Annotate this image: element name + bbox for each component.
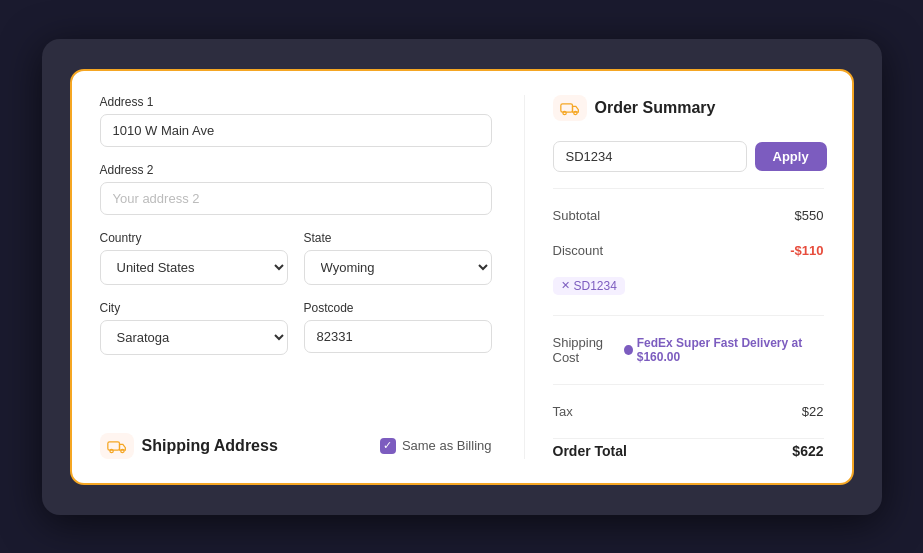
right-panel: Order Summary Apply Subtotal $550 Discou… [524, 95, 824, 459]
city-postcode-row: City Saratoga Postcode [100, 301, 492, 355]
order-summary-title-text: Order Summary [595, 99, 716, 117]
discount-amount: -$110 [790, 243, 823, 258]
postcode-input[interactable] [304, 320, 492, 353]
shipping-row: Shipping Cost FedEx Super Fast Delivery … [553, 332, 824, 368]
shipping-cost-value: FedEx Super Fast Delivery at $160.00 [624, 336, 824, 364]
svg-rect-3 [560, 103, 572, 111]
divider-3 [553, 384, 824, 385]
order-summary-header: Order Summary [553, 95, 824, 127]
tax-label: Tax [553, 404, 573, 419]
discount-tag: ✕ SD1234 [553, 277, 625, 295]
left-panel: Address 1 Address 2 Country United State… [100, 95, 492, 459]
outer-background: Address 1 Address 2 Country United State… [42, 39, 882, 515]
truck-icon [100, 433, 134, 459]
coupon-row: Apply [553, 141, 824, 172]
discount-code-tag: SD1234 [574, 279, 617, 293]
svg-point-5 [573, 111, 576, 114]
tax-value: $22 [802, 404, 824, 419]
city-select[interactable]: Saratoga [100, 320, 288, 355]
order-total-label: Order Total [553, 443, 627, 459]
same-billing-group[interactable]: ✓ Same as Billing [380, 438, 492, 454]
address2-label: Address 2 [100, 163, 492, 177]
radio-dot-icon [624, 345, 633, 355]
same-billing-checkbox[interactable]: ✓ [380, 438, 396, 454]
address2-group: Address 2 [100, 163, 492, 215]
subtotal-label: Subtotal [553, 208, 601, 223]
svg-rect-0 [107, 441, 119, 449]
main-card: Address 1 Address 2 Country United State… [70, 69, 854, 485]
coupon-input[interactable] [553, 141, 747, 172]
svg-point-1 [109, 449, 112, 452]
svg-point-4 [562, 111, 565, 114]
shipping-address-title: Shipping Address [100, 433, 278, 459]
state-select[interactable]: Wyoming [304, 250, 492, 285]
country-select[interactable]: United States [100, 250, 288, 285]
country-group: Country United States [100, 231, 288, 285]
order-total-row: Order Total $622 [553, 438, 824, 459]
divider-1 [553, 188, 824, 189]
address1-group: Address 1 [100, 95, 492, 147]
country-label: Country [100, 231, 288, 245]
order-total-value: $622 [792, 443, 823, 459]
same-billing-label: Same as Billing [402, 438, 492, 453]
postcode-label: Postcode [304, 301, 492, 315]
discount-label: Discount [553, 243, 604, 258]
subtotal-value: $550 [795, 208, 824, 223]
address2-input[interactable] [100, 182, 492, 215]
country-state-row: Country United States State Wyoming [100, 231, 492, 285]
city-label: City [100, 301, 288, 315]
shipping-cost-text: FedEx Super Fast Delivery at $160.00 [637, 336, 824, 364]
divider-2 [553, 315, 824, 316]
tax-row: Tax $22 [553, 401, 824, 422]
order-truck-icon [553, 95, 587, 121]
shipping-footer: Shipping Address ✓ Same as Billing [100, 423, 492, 459]
city-group: City Saratoga [100, 301, 288, 355]
postcode-group: Postcode [304, 301, 492, 355]
discount-row: Discount -$110 [553, 240, 824, 261]
shipping-address-text: Shipping Address [142, 437, 278, 455]
close-icon[interactable]: ✕ [561, 279, 570, 292]
state-label: State [304, 231, 492, 245]
address1-input[interactable] [100, 114, 492, 147]
address1-label: Address 1 [100, 95, 492, 109]
shipping-cost-label: Shipping Cost [553, 335, 624, 365]
subtotal-row: Subtotal $550 [553, 205, 824, 226]
apply-button[interactable]: Apply [755, 142, 827, 171]
state-group: State Wyoming [304, 231, 492, 285]
svg-point-2 [120, 449, 123, 452]
